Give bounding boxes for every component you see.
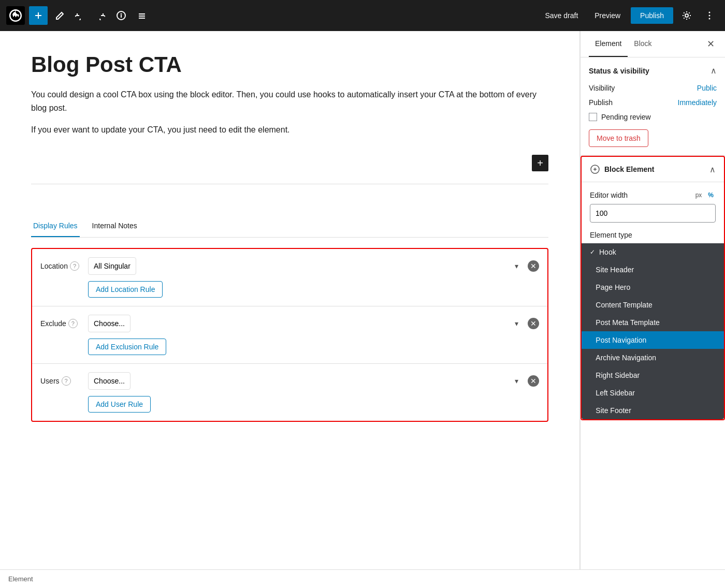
- publish-row: Publish Immediately: [589, 98, 717, 107]
- add-location-rule-button[interactable]: Add Location Rule: [88, 281, 163, 298]
- tab-display-rules[interactable]: Display Rules: [31, 215, 80, 237]
- pen-button[interactable]: [50, 6, 68, 25]
- toolbar: Save draft Preview Publish: [0, 0, 725, 31]
- display-rules-panel: Location ? All Singular ✕ Add Location R…: [31, 248, 548, 422]
- settings-button[interactable]: [677, 6, 696, 25]
- dropdown-item[interactable]: Content Template: [582, 296, 724, 314]
- move-to-trash-button[interactable]: Move to trash: [589, 129, 648, 147]
- status-visibility-section: Status & visibility ∧ Visibility Public …: [581, 57, 725, 156]
- list-button[interactable]: [133, 6, 151, 25]
- post-title[interactable]: Blog Post CTA: [31, 52, 548, 78]
- undo-button[interactable]: [70, 6, 89, 25]
- pending-review-row: Pending review: [589, 113, 717, 121]
- dropdown-item[interactable]: Right Sidebar: [582, 366, 724, 384]
- tab-internal-notes[interactable]: Internal Notes: [90, 215, 139, 237]
- exclude-controls: Choose... ✕ Add Exclusion Rule: [88, 315, 539, 355]
- add-exclusion-rule-button[interactable]: Add Exclusion Rule: [88, 339, 166, 355]
- more-options-button[interactable]: [700, 6, 719, 25]
- info-icon: [117, 11, 126, 20]
- dropdown-item[interactable]: Site Footer: [582, 402, 724, 419]
- exclude-section: Exclude ? Choose... ✕ Add Exclusion Rule: [32, 306, 547, 364]
- location-rule-row: All Singular ✕: [88, 257, 539, 275]
- location-controls: All Singular ✕ Add Location Rule: [88, 257, 539, 298]
- exclude-remove-button[interactable]: ✕: [528, 318, 539, 329]
- pending-review-checkbox[interactable]: [589, 113, 597, 121]
- visibility-value[interactable]: Public: [697, 84, 717, 92]
- check-mark-icon: [590, 284, 591, 291]
- location-help-icon[interactable]: ?: [70, 261, 79, 271]
- percent-unit-button[interactable]: %: [706, 190, 716, 200]
- dropdown-item[interactable]: Page Hero: [582, 278, 724, 296]
- users-label: Users ?: [40, 372, 82, 386]
- editor-width-text: Editor width: [590, 191, 628, 199]
- redo-button[interactable]: [91, 6, 110, 25]
- svg-point-11: [709, 18, 711, 20]
- add-block-button[interactable]: [29, 6, 48, 25]
- sidebar-close-button[interactable]: ✕: [705, 36, 717, 52]
- post-paragraph-2[interactable]: If you ever want to update your CTA, you…: [31, 123, 548, 137]
- users-section: Users ? Choose... ✕ Add User Rule: [32, 364, 547, 421]
- users-remove-button[interactable]: ✕: [528, 375, 539, 387]
- status-section-header: Status & visibility ∧: [589, 66, 717, 76]
- post-paragraph-1[interactable]: You could design a cool CTA box using th…: [31, 88, 548, 114]
- block-element-title: Block Element: [590, 164, 654, 174]
- more-icon: [704, 10, 715, 21]
- undo-icon: [75, 11, 84, 20]
- publish-value[interactable]: Immediately: [678, 98, 717, 107]
- post-body: You could design a cool CTA box using th…: [31, 88, 548, 136]
- plus-icon: [33, 10, 44, 21]
- publish-button[interactable]: Publish: [631, 7, 673, 24]
- users-controls: Choose... ✕ Add User Rule: [88, 372, 539, 413]
- block-element-collapse-button[interactable]: ∧: [709, 165, 716, 174]
- users-help-icon[interactable]: ?: [62, 376, 71, 386]
- sidebar-tab-block[interactable]: Block: [628, 31, 658, 57]
- location-section: Location ? All Singular ✕ Add Location R…: [32, 249, 547, 306]
- add-user-rule-button[interactable]: Add User Rule: [88, 396, 151, 413]
- check-mark-icon: [590, 354, 591, 361]
- svg-point-4: [121, 14, 122, 14]
- save-draft-button[interactable]: Save draft: [539, 8, 584, 23]
- block-element-icon: [590, 164, 600, 174]
- pen-icon: [54, 11, 64, 20]
- check-mark-icon: [590, 301, 591, 308]
- dropdown-item[interactable]: Archive Navigation: [582, 349, 724, 366]
- unit-buttons: px %: [693, 190, 716, 200]
- px-unit-button[interactable]: px: [693, 190, 704, 200]
- status-collapse-button[interactable]: ∧: [711, 66, 717, 76]
- visibility-label: Visibility: [589, 84, 615, 92]
- visibility-row: Visibility Public: [589, 84, 717, 92]
- preview-button[interactable]: Preview: [588, 8, 627, 23]
- display-rules-tabs: Display Rules Internal Notes: [31, 215, 548, 238]
- dropdown-item[interactable]: Post Meta Template: [582, 314, 724, 331]
- pending-review-label: Pending review: [601, 113, 651, 121]
- wp-logo-icon: [9, 9, 22, 22]
- users-select[interactable]: Choose...: [88, 372, 130, 390]
- sidebar-tabs: Element Block ✕: [581, 31, 725, 57]
- dropdown-item[interactable]: Left Sidebar: [582, 384, 724, 402]
- dropdown-item[interactable]: Site Header: [582, 261, 724, 278]
- wp-logo: [6, 6, 25, 25]
- publish-label: Publish: [589, 98, 613, 107]
- location-select-wrap: All Singular: [88, 257, 524, 275]
- gear-icon: [682, 10, 692, 21]
- element-type-dropdown[interactable]: ✓Hook Site Header Page Hero Content Temp…: [582, 243, 724, 419]
- dropdown-item[interactable]: Post Navigation: [582, 331, 724, 349]
- svg-point-8: [685, 14, 688, 17]
- editor-width-input[interactable]: [590, 204, 716, 223]
- add-block-inline-button[interactable]: +: [532, 155, 548, 171]
- users-select-wrap: Choose...: [88, 372, 524, 390]
- footer-label: Element: [8, 575, 33, 583]
- location-select[interactable]: All Singular: [88, 257, 136, 275]
- exclude-select-wrap: Choose...: [88, 315, 524, 332]
- exclude-help-icon[interactable]: ?: [68, 319, 78, 328]
- footer-bar: Element: [0, 569, 725, 588]
- check-mark-icon: ✓: [590, 248, 595, 256]
- location-remove-button[interactable]: ✕: [528, 260, 539, 272]
- info-button[interactable]: [112, 6, 130, 25]
- status-section-title: Status & visibility: [589, 67, 649, 75]
- exclude-select[interactable]: Choose...: [88, 315, 130, 332]
- sidebar-tab-element[interactable]: Element: [589, 31, 628, 57]
- block-element-header: Block Element ∧: [582, 157, 724, 182]
- dropdown-item[interactable]: ✓Hook: [582, 243, 724, 261]
- svg-point-10: [709, 15, 711, 17]
